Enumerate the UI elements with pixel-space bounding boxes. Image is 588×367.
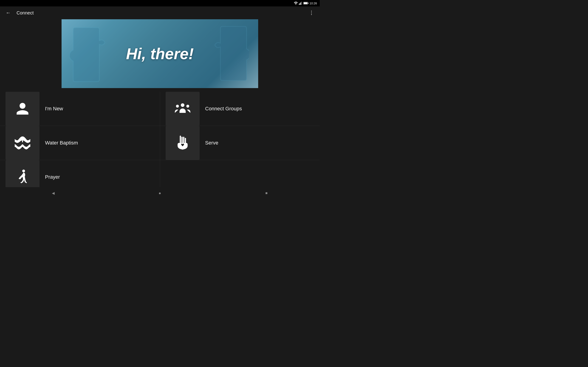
water-baptism-label: Water Baptism xyxy=(45,140,78,146)
app-bar: ← Connect ⋮ xyxy=(0,6,320,19)
menu-item-connect-groups[interactable]: Connect Groups xyxy=(160,92,320,126)
hero-banner: Hi, there! xyxy=(61,19,258,88)
nav-recent-button[interactable]: ■ xyxy=(259,189,273,198)
groups-icon xyxy=(174,101,191,116)
back-arrow-icon: ← xyxy=(6,10,11,16)
menu-item-water-baptism[interactable]: Water Baptism xyxy=(0,126,160,160)
serve-hand-icon xyxy=(176,135,190,151)
status-time: 10:26 xyxy=(309,2,317,5)
wifi-icon xyxy=(294,2,298,5)
prayer-label: Prayer xyxy=(45,174,60,180)
prayer-icon xyxy=(15,169,30,185)
puzzle-left-icon xyxy=(69,24,119,83)
more-options-button[interactable]: ⋮ xyxy=(307,8,316,17)
nav-back-icon: ◄ xyxy=(51,191,56,196)
back-button[interactable]: ← xyxy=(4,8,13,17)
more-dots-icon: ⋮ xyxy=(309,10,314,16)
serve-icon-box xyxy=(166,126,199,160)
menu-item-im-new[interactable]: I'm New xyxy=(0,92,160,126)
im-new-icon-box xyxy=(6,92,40,126)
puzzle-right-icon xyxy=(203,23,249,82)
connect-groups-icon-box xyxy=(166,92,199,126)
water-baptism-icon-box xyxy=(6,126,40,160)
page-title: Connect xyxy=(17,10,307,16)
svg-rect-6 xyxy=(308,3,309,4)
signal-icon xyxy=(299,2,303,5)
person-icon xyxy=(15,101,30,116)
svg-rect-7 xyxy=(304,2,308,4)
svg-point-14 xyxy=(22,169,25,172)
status-icons: 10:26 xyxy=(294,2,317,5)
nav-home-icon: ● xyxy=(159,191,161,196)
svg-point-0 xyxy=(296,4,296,5)
nav-home-button[interactable]: ● xyxy=(153,189,167,198)
menu-grid: I'm New Connect Groups xyxy=(0,92,320,187)
svg-point-10 xyxy=(186,105,189,108)
hero-greeting: Hi, there! xyxy=(126,45,194,63)
nav-bar: ◄ ● ■ xyxy=(0,187,320,199)
svg-point-8 xyxy=(181,103,184,107)
water-baptism-icon xyxy=(15,135,30,151)
nav-back-button[interactable]: ◄ xyxy=(46,189,60,198)
svg-point-9 xyxy=(176,105,179,108)
svg-rect-4 xyxy=(301,2,302,5)
nav-recent-icon: ■ xyxy=(265,191,268,195)
connect-groups-label: Connect Groups xyxy=(205,106,242,112)
svg-rect-2 xyxy=(300,3,300,5)
battery-icon xyxy=(303,2,309,5)
serve-label: Serve xyxy=(205,140,218,146)
status-bar: 10:26 xyxy=(0,0,320,6)
menu-item-serve[interactable]: Serve xyxy=(160,126,320,160)
im-new-label: I'm New xyxy=(45,106,63,112)
svg-point-11 xyxy=(22,137,24,139)
svg-rect-1 xyxy=(299,4,300,5)
svg-rect-3 xyxy=(301,2,301,5)
